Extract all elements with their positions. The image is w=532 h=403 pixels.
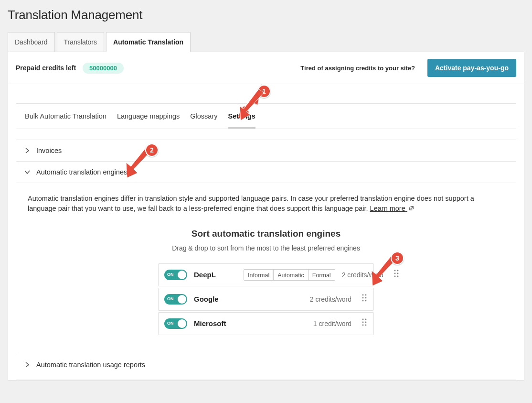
tab-automatic-translation[interactable]: Automatic Translation — [106, 32, 191, 52]
formality-selector-deepl: Informal Automatic Formal — [244, 269, 335, 281]
engine-credits-google: 2 credits/word — [310, 294, 351, 304]
subtabs-container: Bulk Automatic Translation Language mapp… — [16, 103, 516, 129]
engine-name-deepl: DeepL — [194, 270, 237, 280]
svg-point-4 — [394, 275, 395, 277]
svg-point-10 — [362, 300, 364, 301]
svg-point-7 — [365, 294, 367, 295]
svg-point-1 — [397, 270, 398, 271]
formality-formal[interactable]: Formal — [308, 270, 335, 280]
engine-row-microsoft: ON Microsoft 1 credit/word — [158, 312, 374, 335]
toggle-deepl[interactable]: ON — [164, 270, 187, 280]
engines-panel: Automatic translation engines differ in … — [16, 183, 516, 354]
accordion-usage-reports-label: Automatic translation usage reports — [36, 361, 145, 369]
engine-credits-deepl: 2 credits/word — [342, 270, 383, 280]
subtab-glossary[interactable]: Glossary — [190, 104, 217, 129]
svg-point-5 — [397, 275, 398, 277]
learn-more-link[interactable]: Learn more — [370, 205, 414, 212]
tab-translators[interactable]: Translators — [57, 32, 105, 52]
external-link-icon — [409, 204, 414, 214]
toggle-on-label: ON — [167, 272, 174, 278]
top-tabs: Dashboard Translators Automatic Translat… — [8, 32, 524, 52]
svg-point-2 — [394, 272, 395, 274]
drag-handle-icon[interactable] — [393, 269, 400, 281]
accordion-invoices-label: Invoices — [36, 147, 62, 154]
accordion-engines-label: Automatic translation engines — [36, 168, 127, 176]
accordion-engines: Automatic translation engines — [16, 161, 516, 183]
toggle-on-label: ON — [167, 320, 174, 327]
accordion-invoices-header[interactable]: Invoices — [16, 140, 516, 161]
chevron-right-icon — [25, 362, 30, 367]
svg-point-12 — [362, 319, 364, 320]
svg-point-8 — [362, 297, 364, 298]
toggle-on-label: ON — [167, 296, 174, 302]
page-title: Translation Management — [8, 8, 524, 22]
engine-row-deepl: ON DeepL Informal Automatic Formal — [158, 263, 374, 286]
sort-engines-title: Sort automatic translation engines — [28, 227, 504, 240]
formality-informal[interactable]: Informal — [244, 270, 273, 280]
cta-prompt: Tired of assigning credits to your site? — [300, 65, 415, 72]
sort-engines-subtitle: Drag & drop to sort from the most to the… — [28, 243, 504, 253]
svg-point-17 — [365, 325, 367, 326]
toggle-google[interactable]: ON — [164, 294, 187, 305]
formality-automatic[interactable]: Automatic — [273, 270, 308, 280]
svg-point-6 — [362, 294, 364, 295]
credits-label: Prepaid credits left — [16, 64, 76, 72]
svg-point-14 — [362, 322, 364, 323]
engine-row-google: ON Google 2 credits/word — [158, 288, 374, 311]
engine-name-microsoft: Microsoft — [194, 318, 237, 329]
accordion-invoices: Invoices — [16, 140, 516, 161]
tab-dashboard[interactable]: Dashboard — [8, 32, 55, 52]
subtab-bulk[interactable]: Bulk Automatic Translation — [25, 104, 106, 129]
accordion-usage-reports: Automatic translation usage reports — [16, 354, 516, 375]
engine-name-google: Google — [194, 294, 237, 305]
drag-handle-icon[interactable] — [361, 293, 368, 305]
svg-point-0 — [394, 270, 395, 271]
credits-pill: 50000000 — [83, 63, 124, 74]
main-card: Prepaid credits left 50000000 Tired of a… — [8, 52, 524, 381]
learn-more-text: Learn more — [370, 205, 405, 212]
subtab-mappings[interactable]: Language mappings — [117, 104, 180, 129]
chevron-right-icon — [25, 148, 30, 153]
svg-point-15 — [365, 322, 367, 323]
svg-point-13 — [365, 319, 367, 320]
drag-handle-icon[interactable] — [361, 317, 368, 330]
svg-point-11 — [365, 300, 367, 301]
accordion-engines-header[interactable]: Automatic translation engines — [16, 162, 516, 183]
engine-credits-microsoft: 1 credit/word — [313, 319, 351, 328]
credits-strip: Prepaid credits left 50000000 Tired of a… — [8, 52, 524, 84]
toggle-microsoft[interactable]: ON — [164, 318, 187, 329]
chevron-down-icon — [25, 170, 30, 174]
svg-point-9 — [365, 297, 367, 298]
svg-point-16 — [362, 325, 364, 326]
svg-point-3 — [397, 272, 398, 274]
accordion-usage-reports-header[interactable]: Automatic translation usage reports — [16, 354, 516, 375]
subtab-settings[interactable]: Settings — [228, 104, 255, 129]
activate-paygo-button[interactable]: Activate pay-as-you-go — [427, 59, 516, 77]
